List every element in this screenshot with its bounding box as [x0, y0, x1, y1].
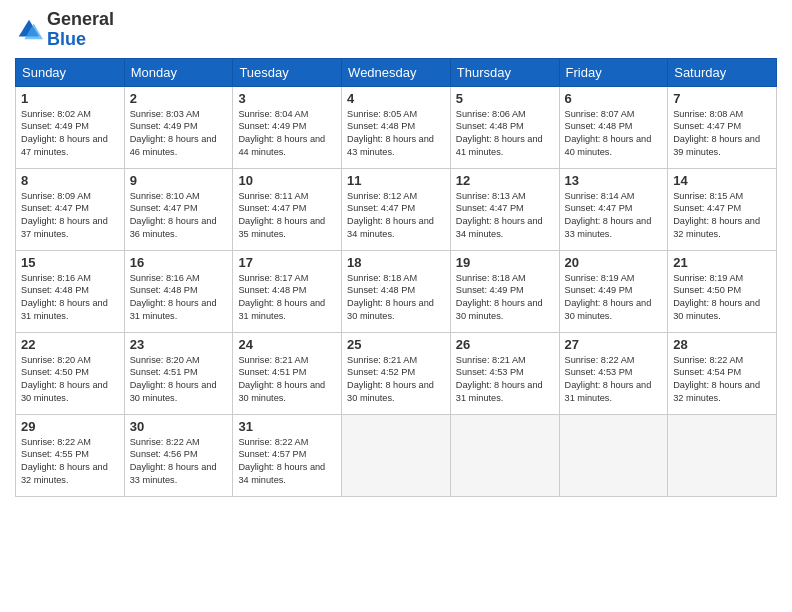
- day-info: Sunrise: 8:16 AM Sunset: 4:48 PM Dayligh…: [130, 272, 228, 324]
- day-number: 9: [130, 173, 228, 188]
- day-header-tuesday: Tuesday: [233, 58, 342, 86]
- calendar-table: SundayMondayTuesdayWednesdayThursdayFrid…: [15, 58, 777, 497]
- day-info: Sunrise: 8:18 AM Sunset: 4:48 PM Dayligh…: [347, 272, 445, 324]
- calendar-cell: [668, 414, 777, 496]
- day-number: 3: [238, 91, 336, 106]
- day-number: 16: [130, 255, 228, 270]
- day-info: Sunrise: 8:11 AM Sunset: 4:47 PM Dayligh…: [238, 190, 336, 242]
- calendar-cell: 11 Sunrise: 8:12 AM Sunset: 4:47 PM Dayl…: [342, 168, 451, 250]
- day-header-sunday: Sunday: [16, 58, 125, 86]
- calendar-cell: [559, 414, 668, 496]
- day-number: 30: [130, 419, 228, 434]
- day-number: 21: [673, 255, 771, 270]
- calendar-cell: 24 Sunrise: 8:21 AM Sunset: 4:51 PM Dayl…: [233, 332, 342, 414]
- day-info: Sunrise: 8:21 AM Sunset: 4:52 PM Dayligh…: [347, 354, 445, 406]
- day-info: Sunrise: 8:20 AM Sunset: 4:50 PM Dayligh…: [21, 354, 119, 406]
- calendar-cell: 8 Sunrise: 8:09 AM Sunset: 4:47 PM Dayli…: [16, 168, 125, 250]
- calendar-cell: 10 Sunrise: 8:11 AM Sunset: 4:47 PM Dayl…: [233, 168, 342, 250]
- calendar-week-1: 1 Sunrise: 8:02 AM Sunset: 4:49 PM Dayli…: [16, 86, 777, 168]
- day-info: Sunrise: 8:10 AM Sunset: 4:47 PM Dayligh…: [130, 190, 228, 242]
- day-number: 11: [347, 173, 445, 188]
- day-info: Sunrise: 8:07 AM Sunset: 4:48 PM Dayligh…: [565, 108, 663, 160]
- calendar-cell: 17 Sunrise: 8:17 AM Sunset: 4:48 PM Dayl…: [233, 250, 342, 332]
- day-info: Sunrise: 8:22 AM Sunset: 4:56 PM Dayligh…: [130, 436, 228, 488]
- calendar-cell: 29 Sunrise: 8:22 AM Sunset: 4:55 PM Dayl…: [16, 414, 125, 496]
- calendar-cell: 12 Sunrise: 8:13 AM Sunset: 4:47 PM Dayl…: [450, 168, 559, 250]
- day-number: 15: [21, 255, 119, 270]
- day-number: 31: [238, 419, 336, 434]
- header-section: General Blue: [15, 10, 777, 50]
- calendar-cell: 9 Sunrise: 8:10 AM Sunset: 4:47 PM Dayli…: [124, 168, 233, 250]
- day-info: Sunrise: 8:09 AM Sunset: 4:47 PM Dayligh…: [21, 190, 119, 242]
- day-info: Sunrise: 8:03 AM Sunset: 4:49 PM Dayligh…: [130, 108, 228, 160]
- day-number: 6: [565, 91, 663, 106]
- day-info: Sunrise: 8:22 AM Sunset: 4:55 PM Dayligh…: [21, 436, 119, 488]
- calendar-cell: 23 Sunrise: 8:20 AM Sunset: 4:51 PM Dayl…: [124, 332, 233, 414]
- calendar-week-4: 22 Sunrise: 8:20 AM Sunset: 4:50 PM Dayl…: [16, 332, 777, 414]
- day-number: 27: [565, 337, 663, 352]
- calendar-cell: 13 Sunrise: 8:14 AM Sunset: 4:47 PM Dayl…: [559, 168, 668, 250]
- day-number: 5: [456, 91, 554, 106]
- day-info: Sunrise: 8:06 AM Sunset: 4:48 PM Dayligh…: [456, 108, 554, 160]
- day-info: Sunrise: 8:22 AM Sunset: 4:53 PM Dayligh…: [565, 354, 663, 406]
- day-info: Sunrise: 8:21 AM Sunset: 4:51 PM Dayligh…: [238, 354, 336, 406]
- day-number: 12: [456, 173, 554, 188]
- calendar-cell: 31 Sunrise: 8:22 AM Sunset: 4:57 PM Dayl…: [233, 414, 342, 496]
- logo-text-blue: Blue: [47, 30, 114, 50]
- calendar-cell: 25 Sunrise: 8:21 AM Sunset: 4:52 PM Dayl…: [342, 332, 451, 414]
- calendar-cell: 20 Sunrise: 8:19 AM Sunset: 4:49 PM Dayl…: [559, 250, 668, 332]
- day-number: 28: [673, 337, 771, 352]
- day-number: 29: [21, 419, 119, 434]
- calendar-cell: 28 Sunrise: 8:22 AM Sunset: 4:54 PM Dayl…: [668, 332, 777, 414]
- day-number: 19: [456, 255, 554, 270]
- day-number: 17: [238, 255, 336, 270]
- day-info: Sunrise: 8:08 AM Sunset: 4:47 PM Dayligh…: [673, 108, 771, 160]
- day-number: 13: [565, 173, 663, 188]
- calendar-cell: 27 Sunrise: 8:22 AM Sunset: 4:53 PM Dayl…: [559, 332, 668, 414]
- day-number: 18: [347, 255, 445, 270]
- day-header-saturday: Saturday: [668, 58, 777, 86]
- day-info: Sunrise: 8:05 AM Sunset: 4:48 PM Dayligh…: [347, 108, 445, 160]
- day-header-friday: Friday: [559, 58, 668, 86]
- calendar-cell: 26 Sunrise: 8:21 AM Sunset: 4:53 PM Dayl…: [450, 332, 559, 414]
- day-number: 4: [347, 91, 445, 106]
- day-number: 20: [565, 255, 663, 270]
- calendar-cell: 16 Sunrise: 8:16 AM Sunset: 4:48 PM Dayl…: [124, 250, 233, 332]
- calendar-cell: 1 Sunrise: 8:02 AM Sunset: 4:49 PM Dayli…: [16, 86, 125, 168]
- calendar-week-3: 15 Sunrise: 8:16 AM Sunset: 4:48 PM Dayl…: [16, 250, 777, 332]
- day-number: 1: [21, 91, 119, 106]
- day-number: 22: [21, 337, 119, 352]
- day-number: 26: [456, 337, 554, 352]
- day-number: 24: [238, 337, 336, 352]
- day-info: Sunrise: 8:20 AM Sunset: 4:51 PM Dayligh…: [130, 354, 228, 406]
- day-info: Sunrise: 8:13 AM Sunset: 4:47 PM Dayligh…: [456, 190, 554, 242]
- day-number: 14: [673, 173, 771, 188]
- day-info: Sunrise: 8:22 AM Sunset: 4:57 PM Dayligh…: [238, 436, 336, 488]
- day-header-thursday: Thursday: [450, 58, 559, 86]
- day-info: Sunrise: 8:15 AM Sunset: 4:47 PM Dayligh…: [673, 190, 771, 242]
- day-info: Sunrise: 8:21 AM Sunset: 4:53 PM Dayligh…: [456, 354, 554, 406]
- day-number: 7: [673, 91, 771, 106]
- day-info: Sunrise: 8:19 AM Sunset: 4:49 PM Dayligh…: [565, 272, 663, 324]
- day-number: 10: [238, 173, 336, 188]
- calendar-cell: 7 Sunrise: 8:08 AM Sunset: 4:47 PM Dayli…: [668, 86, 777, 168]
- calendar-cell: 21 Sunrise: 8:19 AM Sunset: 4:50 PM Dayl…: [668, 250, 777, 332]
- day-info: Sunrise: 8:17 AM Sunset: 4:48 PM Dayligh…: [238, 272, 336, 324]
- day-info: Sunrise: 8:18 AM Sunset: 4:49 PM Dayligh…: [456, 272, 554, 324]
- calendar-cell: 22 Sunrise: 8:20 AM Sunset: 4:50 PM Dayl…: [16, 332, 125, 414]
- page-container: General Blue SundayMondayTuesdayWednesda…: [0, 0, 792, 507]
- calendar-cell: 3 Sunrise: 8:04 AM Sunset: 4:49 PM Dayli…: [233, 86, 342, 168]
- calendar-cell: 30 Sunrise: 8:22 AM Sunset: 4:56 PM Dayl…: [124, 414, 233, 496]
- calendar-cell: 15 Sunrise: 8:16 AM Sunset: 4:48 PM Dayl…: [16, 250, 125, 332]
- calendar-cell: 14 Sunrise: 8:15 AM Sunset: 4:47 PM Dayl…: [668, 168, 777, 250]
- day-info: Sunrise: 8:16 AM Sunset: 4:48 PM Dayligh…: [21, 272, 119, 324]
- calendar-cell: 18 Sunrise: 8:18 AM Sunset: 4:48 PM Dayl…: [342, 250, 451, 332]
- day-number: 25: [347, 337, 445, 352]
- calendar-header-row: SundayMondayTuesdayWednesdayThursdayFrid…: [16, 58, 777, 86]
- calendar-cell: [450, 414, 559, 496]
- calendar-cell: 2 Sunrise: 8:03 AM Sunset: 4:49 PM Dayli…: [124, 86, 233, 168]
- day-info: Sunrise: 8:22 AM Sunset: 4:54 PM Dayligh…: [673, 354, 771, 406]
- calendar-cell: 6 Sunrise: 8:07 AM Sunset: 4:48 PM Dayli…: [559, 86, 668, 168]
- day-number: 23: [130, 337, 228, 352]
- calendar-week-2: 8 Sunrise: 8:09 AM Sunset: 4:47 PM Dayli…: [16, 168, 777, 250]
